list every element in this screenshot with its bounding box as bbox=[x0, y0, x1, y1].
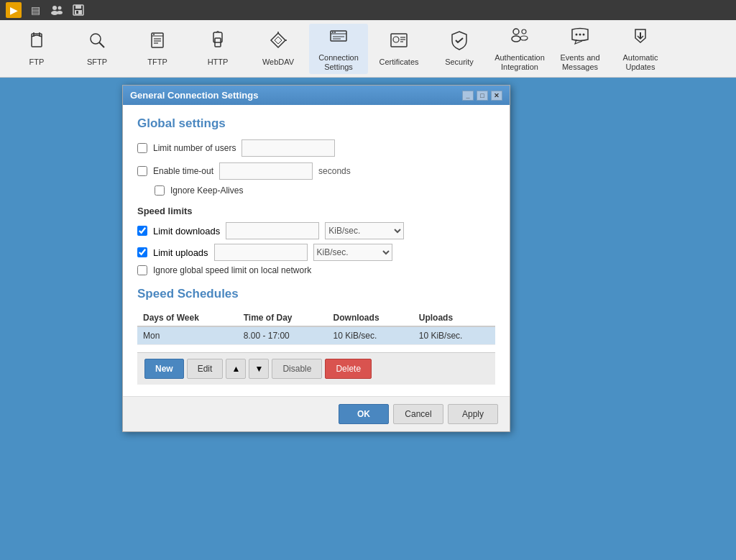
limit-uploads-unit-select[interactable]: KiB/sec. MiB/sec. GiB/sec. bbox=[313, 244, 392, 261]
svg-point-35 bbox=[522, 29, 526, 34]
svg-point-11 bbox=[91, 34, 101, 44]
limit-uploads-label[interactable]: Limit uploads bbox=[153, 247, 208, 258]
ftp-label: FTP bbox=[29, 58, 45, 67]
apply-button[interactable]: Apply bbox=[448, 404, 498, 424]
svg-point-3 bbox=[57, 11, 63, 14]
ignore-local-label[interactable]: Ignore global speed limit on local netwo… bbox=[153, 265, 311, 275]
global-settings-title: Global settings bbox=[137, 116, 495, 131]
ignore-local-checkbox[interactable] bbox=[137, 265, 147, 275]
col-days: Days of Week bbox=[137, 310, 238, 326]
limit-downloads-checkbox[interactable] bbox=[137, 226, 147, 236]
ok-button[interactable]: OK bbox=[339, 404, 389, 424]
svg-point-33 bbox=[513, 29, 519, 35]
enable-timeout-input[interactable]: 600 bbox=[219, 162, 313, 180]
svg-rect-13 bbox=[152, 33, 163, 47]
events-messages-label: Events and Messages bbox=[553, 53, 607, 72]
connection-settings-icon bbox=[328, 25, 349, 50]
toolbar-ftp[interactable]: FTP bbox=[7, 24, 66, 74]
dialog-title: General Connection Settings bbox=[130, 90, 258, 101]
auth-integration-icon bbox=[509, 25, 530, 50]
cancel-button[interactable]: Cancel bbox=[393, 404, 443, 424]
sftp-label: SFTP bbox=[87, 58, 107, 67]
schedule-action-row: New Edit ▲ ▼ Disable Delete bbox=[137, 352, 495, 385]
svg-point-14 bbox=[153, 34, 155, 35]
svg-point-25 bbox=[334, 32, 336, 33]
events-messages-icon bbox=[569, 25, 591, 50]
play-icon[interactable]: ▶ bbox=[6, 2, 22, 18]
limit-users-input[interactable]: 0 bbox=[242, 139, 335, 157]
toolbar-sftp[interactable]: SFTP bbox=[68, 24, 126, 74]
certificates-label: Certificates bbox=[379, 58, 418, 67]
enable-timeout-checkbox[interactable] bbox=[137, 166, 147, 176]
limit-downloads-label[interactable]: Limit downloads bbox=[153, 226, 220, 237]
table-row[interactable]: Mon 8.00 - 17:00 10 KiB/sec. 10 KiB/sec. bbox=[137, 326, 495, 345]
sftp-icon bbox=[86, 29, 108, 55]
speed-limits-title: Speed limits bbox=[137, 206, 495, 216]
move-up-button[interactable]: ▲ bbox=[226, 359, 246, 379]
row-downloads: 10 KiB/sec. bbox=[328, 326, 413, 345]
dialog-titlebar: General Connection Settings _ □ ✕ bbox=[123, 86, 510, 105]
restore-button[interactable]: □ bbox=[477, 91, 488, 101]
minimize-button[interactable]: _ bbox=[462, 91, 474, 101]
row-time: 8.00 - 17:00 bbox=[238, 326, 328, 345]
users-icon[interactable] bbox=[49, 2, 65, 18]
svg-rect-7 bbox=[76, 11, 78, 14]
limit-downloads-input[interactable]: 2 bbox=[226, 222, 319, 239]
svg-point-37 bbox=[576, 33, 578, 35]
edit-button[interactable]: Edit bbox=[187, 359, 224, 379]
svg-point-24 bbox=[332, 32, 334, 33]
limit-uploads-checkbox[interactable] bbox=[137, 247, 147, 257]
limit-downloads-row: Limit downloads 2 KiB/sec. MiB/sec. GiB/… bbox=[137, 222, 495, 239]
security-icon bbox=[448, 29, 470, 55]
save-icon[interactable] bbox=[70, 2, 86, 18]
col-downloads: Downloads bbox=[328, 310, 413, 326]
toolbar-automatic-updates[interactable]: Automatic Updates bbox=[611, 24, 670, 74]
connection-settings-dialog: General Connection Settings _ □ ✕ Global… bbox=[122, 85, 510, 432]
svg-rect-5 bbox=[75, 5, 81, 9]
limit-users-label[interactable]: Limit number of users bbox=[153, 143, 236, 153]
connection-settings-label: Connection Settings bbox=[312, 53, 365, 72]
webdav-icon bbox=[267, 29, 289, 55]
http-icon bbox=[207, 29, 229, 55]
toolbar-security[interactable]: Security bbox=[430, 24, 489, 74]
svg-point-39 bbox=[583, 33, 585, 35]
ignore-keepalives-label[interactable]: Ignore Keep-Alives bbox=[170, 185, 243, 196]
http-label: HTTP bbox=[208, 58, 229, 67]
delete-button[interactable]: Delete bbox=[325, 359, 372, 379]
main-area: General Connection Settings _ □ ✕ Global… bbox=[0, 78, 736, 560]
svg-point-38 bbox=[579, 33, 581, 35]
limit-uploads-input[interactable]: 2 bbox=[214, 244, 308, 261]
enable-timeout-label[interactable]: Enable time-out bbox=[153, 166, 213, 176]
svg-point-0 bbox=[52, 6, 57, 10]
svg-line-12 bbox=[99, 42, 104, 47]
move-down-button[interactable]: ▼ bbox=[249, 359, 269, 379]
enable-timeout-row: Enable time-out 600 seconds bbox=[137, 162, 495, 180]
webdav-label: WebDAV bbox=[262, 58, 294, 67]
toolbar: FTP SFTP TFTP bbox=[0, 20, 736, 78]
svg-point-34 bbox=[512, 36, 520, 42]
toolbar-certificates[interactable]: Certificates bbox=[369, 24, 428, 74]
schedules-table: Days of Week Time of Day Downloads Uploa… bbox=[137, 310, 495, 345]
tftp-icon bbox=[147, 29, 168, 55]
toolbar-http[interactable]: HTTP bbox=[188, 24, 247, 74]
limit-downloads-unit-select[interactable]: KiB/sec. MiB/sec. GiB/sec. bbox=[325, 222, 404, 239]
toolbar-events-messages[interactable]: Events and Messages bbox=[551, 24, 610, 74]
svg-point-36 bbox=[520, 36, 528, 40]
top-menubar: ▶ ▤ bbox=[0, 0, 736, 20]
dialog-body: Global settings Limit number of users 0 … bbox=[123, 105, 510, 396]
toolbar-webdav[interactable]: WebDAV bbox=[249, 24, 308, 74]
limit-users-checkbox[interactable] bbox=[137, 143, 147, 153]
auth-integration-label: Authentication Integration bbox=[493, 53, 546, 72]
timeout-unit: seconds bbox=[318, 166, 351, 176]
close-button[interactable]: ✕ bbox=[491, 91, 502, 101]
toolbar-auth-integration[interactable]: Authentication Integration bbox=[490, 24, 549, 74]
toolbar-tftp[interactable]: TFTP bbox=[128, 24, 187, 74]
new-button[interactable]: New bbox=[144, 359, 184, 379]
toolbar-connection-settings[interactable]: Connection Settings bbox=[309, 24, 368, 74]
row-uploads: 10 KiB/sec. bbox=[413, 326, 495, 345]
ftp-icon bbox=[26, 29, 47, 55]
list-icon[interactable]: ▤ bbox=[27, 2, 43, 18]
ignore-keepalives-checkbox[interactable] bbox=[155, 185, 165, 196]
speed-schedules-section: Speed Schedules Days of Week Time of Day… bbox=[137, 287, 495, 385]
disable-button[interactable]: Disable bbox=[272, 359, 322, 379]
